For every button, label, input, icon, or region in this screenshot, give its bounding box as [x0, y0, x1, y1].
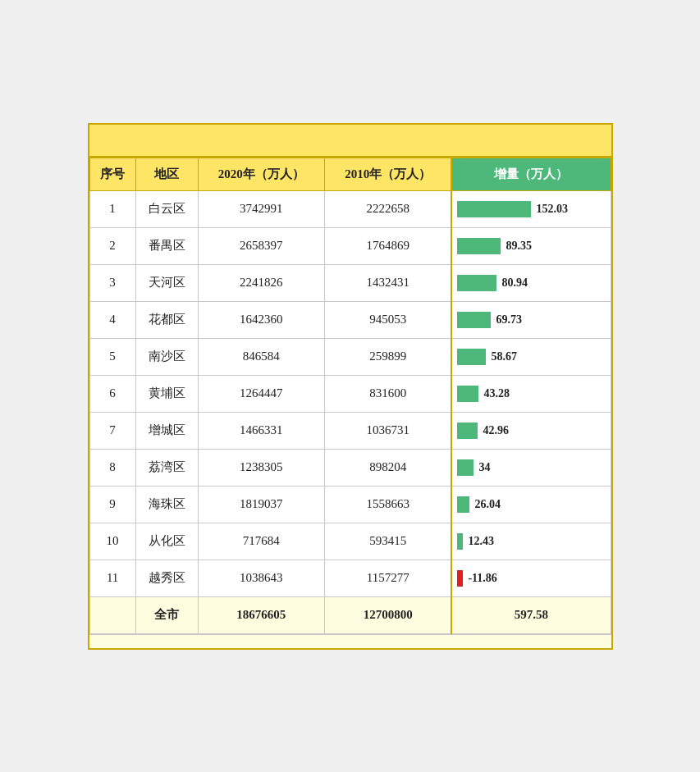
- bar-value-label: 43.28: [483, 387, 510, 400]
- cell-increase: 34: [451, 449, 611, 486]
- positive-bar: [457, 275, 496, 291]
- table-row: 10从化区71768459341512.43: [89, 523, 611, 560]
- negative-bar: [457, 570, 463, 587]
- cell-seq: 9: [89, 486, 135, 523]
- table-row: 1白云区37429912222658152.03: [89, 190, 611, 227]
- cell-2020: 1038643: [198, 560, 324, 596]
- table-row: 4花都区164236094505369.73: [89, 301, 611, 338]
- main-container: 序号 地区 2020年（万人） 2010年（万人） 增量（万人） 1白云区374…: [88, 123, 613, 650]
- cell-2010: 12700800: [324, 596, 451, 633]
- table-row: 8荔湾区123830589820434: [89, 449, 611, 486]
- cell-seq: 8: [89, 449, 135, 486]
- positive-bar: [457, 349, 486, 365]
- cell-seq: 3: [89, 264, 135, 301]
- cell-area: 海珠区: [135, 486, 198, 523]
- cell-2010: 259899: [324, 338, 451, 375]
- positive-bar: [457, 386, 478, 402]
- cell-area: 全市: [135, 596, 198, 633]
- cell-2010: 1036731: [324, 412, 451, 449]
- table-row: 3天河区2241826143243180.94: [89, 264, 611, 301]
- positive-bar: [457, 423, 478, 439]
- cell-seq: 11: [89, 560, 135, 596]
- bar-value-label: 42.96: [483, 424, 509, 437]
- cell-seq: 6: [89, 375, 135, 412]
- bar-value-label: 58.67: [491, 350, 517, 363]
- cell-increase: 12.43: [451, 523, 611, 560]
- cell-increase: 43.28: [451, 375, 611, 412]
- table-row: 9海珠区1819037155866326.04: [89, 486, 611, 523]
- cell-2020: 1466331: [198, 412, 324, 449]
- cell-area: 白云区: [135, 190, 198, 227]
- cell-2020: 2241826: [198, 264, 324, 301]
- col-seq: 序号: [89, 158, 135, 190]
- cell-increase: 58.67: [451, 338, 611, 375]
- bar-value-label: 34: [478, 461, 490, 474]
- bar-value-label: 80.94: [501, 276, 528, 290]
- cell-increase: -11.86: [451, 560, 611, 596]
- cell-2020: 18676605: [198, 596, 324, 633]
- cell-2020: 2658397: [198, 227, 324, 264]
- table-row: 5南沙区84658425989958.67: [89, 338, 611, 375]
- cell-increase: 89.35: [451, 227, 611, 264]
- cell-2010: 898204: [324, 449, 451, 486]
- col-2020: 2020年（万人）: [198, 158, 324, 190]
- cell-increase: 69.73: [451, 301, 611, 338]
- bar-value-label: 69.73: [496, 313, 522, 327]
- cell-2010: 1432431: [324, 264, 451, 301]
- table-row: 6黄埔区126444783160043.28: [89, 375, 611, 412]
- col-2010: 2010年（万人）: [324, 158, 451, 190]
- cell-area: 越秀区: [135, 560, 198, 596]
- cell-seq: 1: [89, 190, 135, 227]
- positive-bar: [457, 201, 531, 217]
- col-increase: 增量（万人）: [451, 158, 611, 190]
- cell-increase: 152.03: [451, 190, 611, 227]
- table-header-row: 序号 地区 2020年（万人） 2010年（万人） 增量（万人）: [89, 158, 611, 190]
- data-table: 序号 地区 2020年（万人） 2010年（万人） 增量（万人） 1白云区374…: [89, 158, 611, 634]
- col-area: 地区: [135, 158, 198, 190]
- cell-area: 天河区: [135, 264, 198, 301]
- cell-area: 黄埔区: [135, 375, 198, 412]
- cell-increase: 80.94: [451, 264, 611, 301]
- cell-increase: 42.96: [451, 412, 611, 449]
- cell-2020: 1238305: [198, 449, 324, 486]
- cell-2020: 717684: [198, 523, 324, 560]
- cell-2020: 1819037: [198, 486, 324, 523]
- subtitle: [98, 138, 603, 151]
- cell-seq: 2: [89, 227, 135, 264]
- cell-seq: [89, 596, 135, 633]
- table-row: 全市1867660512700800597.58: [89, 596, 611, 633]
- cell-seq: 4: [89, 301, 135, 338]
- positive-bar: [457, 496, 469, 513]
- cell-2010: 1764869: [324, 227, 451, 264]
- cell-area: 南沙区: [135, 338, 198, 375]
- cell-2010: 945053: [324, 301, 451, 338]
- table-row: 7增城区1466331103673142.96: [89, 412, 611, 449]
- cell-2010: 1157277: [324, 560, 451, 596]
- cell-2020: 846584: [198, 338, 324, 375]
- cell-area: 增城区: [135, 412, 198, 449]
- cell-seq: 5: [89, 338, 135, 375]
- cell-2010: 2222658: [324, 190, 451, 227]
- positive-bar: [457, 312, 491, 328]
- cell-area: 番禺区: [135, 227, 198, 264]
- bar-value-label: 12.43: [468, 535, 494, 548]
- bar-value-label: 89.35: [506, 240, 532, 253]
- cell-2010: 593415: [324, 523, 451, 560]
- cell-seq: 10: [89, 523, 135, 560]
- cell-increase: 597.58: [451, 596, 611, 633]
- positive-bar: [457, 533, 463, 550]
- positive-bar: [457, 459, 474, 476]
- bar-value-label: -11.86: [468, 572, 496, 585]
- cell-2010: 831600: [324, 375, 451, 412]
- cell-area: 花都区: [135, 301, 198, 338]
- cell-seq: 7: [89, 412, 135, 449]
- note: [89, 634, 611, 648]
- cell-increase: 26.04: [451, 486, 611, 523]
- bar-value-label: 152.03: [536, 203, 568, 216]
- cell-area: 荔湾区: [135, 449, 198, 486]
- cell-2020: 3742991: [198, 190, 324, 227]
- bar-value-label: 26.04: [474, 498, 501, 511]
- title-area: [89, 125, 611, 158]
- cell-2020: 1642360: [198, 301, 324, 338]
- cell-area: 从化区: [135, 523, 198, 560]
